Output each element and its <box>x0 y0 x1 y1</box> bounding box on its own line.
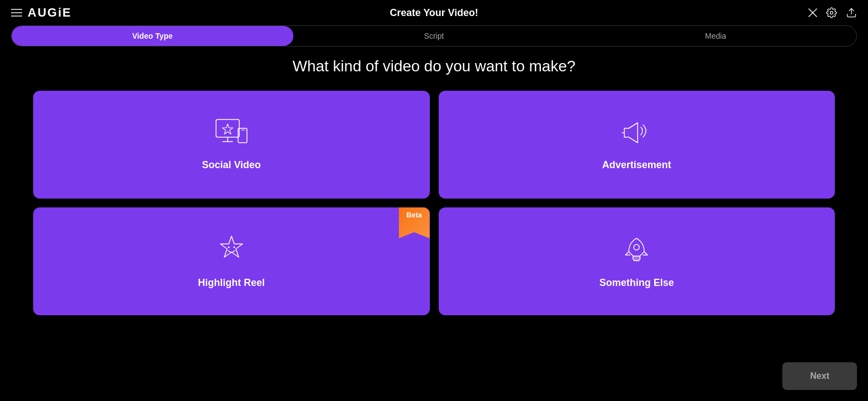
something-else-card[interactable]: Something Else <box>439 207 835 315</box>
svg-point-15 <box>233 247 235 248</box>
highlight-reel-card[interactable]: Beta Highlight Reel <box>33 207 430 315</box>
highlight-reel-icon <box>216 234 247 267</box>
something-else-icon <box>621 234 652 267</box>
close-button[interactable] <box>808 8 817 17</box>
top-bar: AUGiE Create Your Video! <box>0 0 868 25</box>
tab-video-type[interactable]: Video Type <box>12 26 293 46</box>
top-bar-right <box>808 7 857 18</box>
svg-point-5 <box>830 12 833 14</box>
settings-button[interactable] <box>826 7 837 18</box>
top-bar-left: AUGiE <box>11 6 72 20</box>
page-title: Create Your Video! <box>390 7 478 19</box>
upload-button[interactable] <box>846 7 857 18</box>
cards-grid: Social Video Advertisement <box>33 91 835 315</box>
beta-badge: Beta <box>399 207 430 238</box>
main-content: What kind of video do you want to make? <box>0 58 868 315</box>
something-else-label: Something Else <box>599 277 674 289</box>
social-video-card[interactable]: Social Video <box>33 91 430 199</box>
advertisement-card[interactable]: Advertisement <box>439 91 835 199</box>
hamburger-menu-button[interactable] <box>11 8 22 17</box>
svg-marker-10 <box>222 124 233 134</box>
next-button-container: Next <box>782 362 857 390</box>
question-title: What kind of video do you want to make? <box>33 58 835 75</box>
advertisement-label: Advertisement <box>602 159 671 171</box>
svg-point-16 <box>634 244 639 250</box>
tab-script[interactable]: Script <box>293 26 575 46</box>
app-logo: AUGiE <box>28 6 72 20</box>
svg-rect-7 <box>216 119 239 137</box>
highlight-reel-label: Highlight Reel <box>198 277 265 289</box>
social-video-label: Social Video <box>202 159 261 171</box>
next-button[interactable]: Next <box>782 362 857 390</box>
progress-tabs: Video Type Script Media <box>11 25 857 46</box>
social-video-icon <box>214 118 249 149</box>
svg-point-14 <box>228 247 229 248</box>
advertisement-icon <box>619 118 654 149</box>
tab-media[interactable]: Media <box>575 26 856 46</box>
